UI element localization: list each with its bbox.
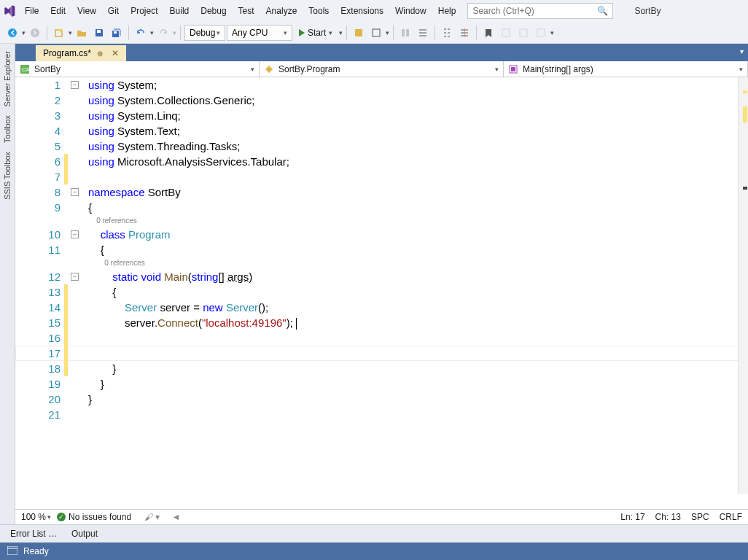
window-icon [7, 546, 17, 557]
rail-server-explorer[interactable]: Server Explorer [1, 47, 13, 111]
codelens-references[interactable]: 0 references [96, 217, 137, 225]
svg-rect-8 [406, 29, 409, 36]
tb-icon-3[interactable] [397, 25, 413, 41]
code-editor[interactable]: 1−using System; 2using System.Collection… [15, 77, 748, 509]
menu-debug[interactable]: Debug [195, 1, 232, 21]
vertical-scrollbar[interactable] [738, 77, 748, 494]
class-icon [264, 64, 274, 74]
indent-indicator[interactable]: SPC [691, 512, 709, 522]
uncomment-icon[interactable] [456, 25, 472, 41]
menu-extensions[interactable]: Extensions [335, 1, 389, 21]
issues-indicator[interactable]: ✓No issues found [57, 512, 131, 522]
menu-edit[interactable]: Edit [44, 1, 71, 21]
main-toolbar: ▾ ▾ ▾ ▾ Debug Any CPU Start▾ ▾ ▾ ▾ [0, 22, 748, 44]
nav-scope-combo[interactable]: C# SortBy [15, 61, 260, 77]
char-indicator: Ch: 13 [655, 512, 681, 522]
svg-rect-4 [114, 31, 117, 34]
new-project-icon[interactable] [51, 25, 67, 41]
code-nav-bar: C# SortBy SortBy.Program Main(string[] a… [15, 61, 748, 77]
close-icon[interactable]: ✕ [109, 48, 122, 58]
menu-project[interactable]: Project [125, 1, 163, 21]
tb-icon-4[interactable] [415, 25, 431, 41]
menu-window[interactable]: Window [389, 1, 432, 21]
editor-status-bar: 100 %▾ ✓No issues found 🖌 ▾ ◄ Ln: 17 Ch:… [15, 509, 748, 524]
play-icon [299, 29, 305, 36]
comment-icon[interactable] [439, 25, 455, 41]
solution-config-combo[interactable]: Debug [184, 25, 225, 41]
rail-toolbox[interactable]: Toolbox [1, 111, 13, 147]
svg-text:C#: C# [22, 66, 29, 73]
svg-rect-11 [537, 29, 545, 36]
menu-file[interactable]: File [19, 1, 44, 21]
solution-name-label[interactable]: SortBy [626, 1, 669, 20]
start-button[interactable]: Start▾ [294, 25, 338, 41]
tb-icon-2[interactable] [368, 25, 384, 41]
nav-class-combo[interactable]: SortBy.Program [260, 61, 504, 77]
svg-rect-16 [7, 546, 17, 555]
csharp-project-icon: C# [20, 64, 30, 74]
output-tab[interactable]: Output [66, 526, 104, 542]
text-cursor [296, 318, 297, 330]
document-tab-row: Program.cs* ⊕ ✕ ▾ [15, 44, 748, 61]
vs-logo-icon [0, 0, 19, 22]
svg-rect-6 [373, 29, 380, 36]
save-all-icon[interactable] [109, 25, 125, 41]
menu-items: File Edit View Git Project Build Debug T… [19, 1, 461, 21]
svg-rect-5 [355, 29, 362, 36]
redo-icon[interactable] [155, 25, 171, 41]
tb-icon-5[interactable] [498, 25, 514, 41]
pin-icon[interactable]: ⊕ [97, 50, 103, 58]
menu-view[interactable]: View [71, 1, 102, 21]
search-icon: 🔍 [597, 6, 608, 16]
svg-rect-9 [502, 29, 510, 36]
editor-area: Program.cs* ⊕ ✕ ▾ C# SortBy SortBy.Progr… [15, 44, 748, 524]
codelens-references[interactable]: 0 references [104, 259, 145, 267]
tb-icon-7[interactable] [533, 25, 549, 41]
chevron-down-icon[interactable]: ▾ [150, 29, 154, 36]
nav-fwd-icon[interactable] [27, 25, 43, 41]
svg-rect-10 [520, 29, 527, 36]
status-bar: Ready [0, 542, 748, 560]
menu-tools[interactable]: Tools [303, 1, 335, 21]
bookmark-icon[interactable] [480, 25, 496, 41]
menu-build[interactable]: Build [164, 1, 195, 21]
zoom-combo[interactable]: 100 %▾ [21, 512, 51, 522]
tab-overflow-icon[interactable]: ▾ [740, 47, 744, 55]
menu-analyze[interactable]: Analyze [260, 1, 303, 21]
file-tab-label: Program.cs* [43, 48, 91, 58]
svg-rect-3 [97, 30, 101, 33]
left-arrow-icon[interactable]: ◄ [171, 512, 180, 522]
chevron-down-icon[interactable]: ▾ [173, 29, 176, 36]
menu-help[interactable]: Help [432, 1, 462, 21]
search-box[interactable]: 🔍 [467, 3, 613, 19]
chevron-down-icon[interactable]: ▾ [550, 29, 554, 36]
checkmark-icon: ✓ [57, 513, 66, 521]
menu-test[interactable]: Test [233, 1, 260, 21]
undo-icon[interactable] [133, 25, 149, 41]
chevron-down-icon[interactable]: ▾ [386, 29, 389, 36]
open-icon[interactable] [74, 25, 90, 41]
line-indicator: Ln: 17 [620, 512, 644, 522]
menu-bar: File Edit View Git Project Build Debug T… [0, 0, 748, 22]
menu-git[interactable]: Git [102, 1, 125, 21]
tb-icon-6[interactable] [515, 25, 531, 41]
brush-icon[interactable]: 🖌 ▾ [144, 512, 160, 522]
save-icon[interactable] [91, 25, 107, 41]
file-tab[interactable]: Program.cs* ⊕ ✕ [36, 45, 126, 61]
method-icon [508, 64, 518, 74]
status-text: Ready [23, 546, 49, 556]
nav-member-combo[interactable]: Main(string[] args) [504, 61, 748, 77]
side-rail: Server Explorer Toolbox SSIS Toolbox [0, 44, 15, 524]
bottom-tool-tabs: Error List … Output [0, 524, 748, 542]
svg-rect-15 [511, 67, 515, 71]
rail-ssis-toolbox[interactable]: SSIS Toolbox [1, 147, 13, 204]
lineending-indicator[interactable]: CRLF [720, 512, 742, 522]
error-list-tab[interactable]: Error List … [4, 526, 63, 542]
search-input[interactable] [472, 6, 597, 16]
tb-icon-1[interactable] [351, 25, 367, 41]
chevron-down-icon[interactable]: ▾ [339, 29, 343, 36]
chevron-down-icon[interactable]: ▾ [22, 29, 26, 36]
solution-platform-combo[interactable]: Any CPU [227, 25, 292, 41]
chevron-down-icon[interactable]: ▾ [69, 29, 72, 36]
nav-back-icon[interactable] [4, 25, 20, 41]
